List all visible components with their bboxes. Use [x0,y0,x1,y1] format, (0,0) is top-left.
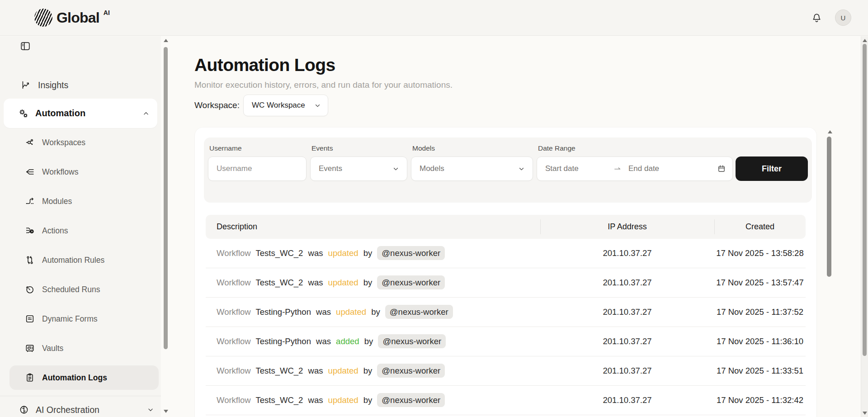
filter-button[interactable]: Filter [736,156,808,181]
sidebar-scrollbar-thumb[interactable] [164,47,168,349]
column-header-ip-address: IP Address [540,222,714,232]
entity-name: Tests_WC_2 [256,395,303,405]
page-scrollbar[interactable] [861,36,868,417]
log-created: 17 Nov 2025 - 11:37:52 [714,307,806,317]
username-field [208,156,307,181]
log-description: Workflow Tests_WC_2 was updated by @nexu… [206,395,540,405]
topbar: Global AI U [0,0,868,36]
sidebar-item-actions[interactable]: Actions [9,218,159,243]
actor-badge: @nexus-worker [385,305,453,319]
table-body: Workflow Tests_WC_2 was updated by @nexu… [206,239,806,415]
entity-type: Workflow [217,278,251,287]
events-select[interactable]: Events [310,156,407,181]
log-ip-address: 201.10.37.27 [540,307,714,317]
page-scrollbar-thumb[interactable] [863,44,867,356]
entity-type: Workflow [217,366,251,375]
log-description: Workflow Tests_WC_2 was updated by @nexu… [206,248,540,258]
sidebar-item-modules[interactable]: Modules [9,189,159,213]
entity-name: Testing-Python [256,307,311,317]
sidebar-item-automation-rules[interactable]: Automation Rules [9,248,159,272]
sidebar-item-label: Automation [35,108,136,118]
form-icon [25,314,35,324]
chevron-down-icon [146,406,155,414]
orchestration-icon [19,405,29,415]
workspace-value: WC Workspace [252,101,305,110]
table-row[interactable]: Workflow Tests_WC_2 was updated by @nexu… [206,356,806,386]
scroll-up-arrow-icon[interactable] [164,39,168,42]
logo: Global AI [34,9,110,27]
log-ip-address: 201.10.37.27 [540,336,714,346]
log-ip-address: 201.10.37.27 [540,278,714,288]
entity-type: Workflow [217,336,251,346]
workspace-label: Workspace: [194,100,240,110]
arrow-right-icon [613,164,622,173]
sidebar: Insights Automation Workspaces Workflows… [0,36,161,417]
avatar[interactable]: U [835,9,851,26]
action-label: updated [336,307,366,317]
logo-superscript: AI [104,9,110,16]
modules-icon [25,196,35,206]
content-scrollbar-thumb[interactable] [827,137,831,277]
entity-type: Workflow [217,248,251,258]
username-input[interactable] [208,164,306,173]
action-label: updated [328,366,359,375]
sidebar-item-workflows[interactable]: Workflows [9,160,159,184]
table-row[interactable]: Workflow Testing-Python was added by @ne… [206,327,806,356]
log-ip-address: 201.10.37.27 [540,395,714,405]
scroll-up-arrow-icon[interactable] [863,39,867,42]
page-title: Automation Logs [194,55,335,75]
sidebar-item-ai-orchestration[interactable]: AI Orchestration [19,401,155,417]
column-divider [714,219,715,234]
sidebar-divider [0,396,161,396]
sidebar-item-vaults[interactable]: Vaults [9,336,159,360]
models-select-value: Models [420,164,444,173]
scroll-up-arrow-icon[interactable] [828,130,832,133]
log-ip-address: 201.10.37.27 [540,248,714,258]
action-label: updated [328,248,359,258]
sidebar-scrollbar[interactable] [163,39,169,42]
start-date-placeholder: Start date [545,164,613,173]
bell-icon[interactable] [811,12,822,24]
date-range-picker[interactable]: Start date End date [537,156,733,181]
log-description: Workflow Tests_WC_2 was updated by @nexu… [206,278,540,288]
filter-panel: Username Events Models Date Range Events… [204,137,812,203]
sidebar-item-workspaces[interactable]: Workspaces [9,130,159,155]
table-row[interactable]: Workflow Tests_WC_2 was updated by @nexu… [206,386,806,415]
workspace-select[interactable]: WC Workspace [243,95,328,116]
logs-card: Username Events Models Date Range Events… [195,128,816,417]
entity-name: Testing-Python [256,336,311,346]
sidebar-item-dynamic-forms[interactable]: Dynamic Forms [9,307,159,331]
log-description: Workflow Testing-Python was updated by @… [206,307,540,317]
timer-icon [25,284,35,294]
entity-type: Workflow [217,307,251,317]
chevron-down-icon [314,102,321,109]
chevron-down-icon [392,165,400,173]
table-row[interactable]: Workflow Tests_WC_2 was updated by @nexu… [206,268,806,298]
actor-badge: @nexus-worker [377,275,445,289]
table-row[interactable]: Workflow Testing-Python was updated by @… [206,298,806,327]
sidebar-item-automation[interactable]: Automation [4,99,157,128]
logs-icon [25,373,35,383]
action-label: updated [328,395,359,405]
actor-badge: @nexus-worker [377,393,445,407]
logo-text: Global [57,9,99,27]
log-created: 17 Nov 2025 - 13:57:47 [714,278,806,288]
actor-badge: @nexus-worker [378,334,446,348]
table-row[interactable]: Workflow Tests_WC_2 was updated by @nexu… [206,239,806,268]
gears-icon [18,108,29,119]
logs-table: Description IP Address Created Workflow … [206,215,806,415]
panel-toggle-icon[interactable] [20,41,31,52]
automation-submenu: Workspaces Workflows Modules Actions Aut… [9,130,159,395]
table-header: Description IP Address Created [206,215,806,239]
sidebar-item-automation-logs[interactable]: Automation Logs [9,365,159,390]
scroll-down-arrow-icon[interactable] [164,410,168,413]
entity-name: Tests_WC_2 [256,366,303,375]
entity-name: Tests_WC_2 [256,278,303,287]
scroll-down-arrow-icon[interactable] [863,412,867,415]
log-description: Workflow Tests_WC_2 was updated by @nexu… [206,366,540,376]
sidebar-item-scheduled-runs[interactable]: Scheduled Runs [9,277,159,302]
models-select[interactable]: Models [411,156,533,181]
sidebar-item-label: Insights [38,80,68,90]
log-created: 17 Nov 2025 - 11:36:10 [714,336,806,346]
sidebar-item-insights[interactable]: Insights [21,78,68,92]
